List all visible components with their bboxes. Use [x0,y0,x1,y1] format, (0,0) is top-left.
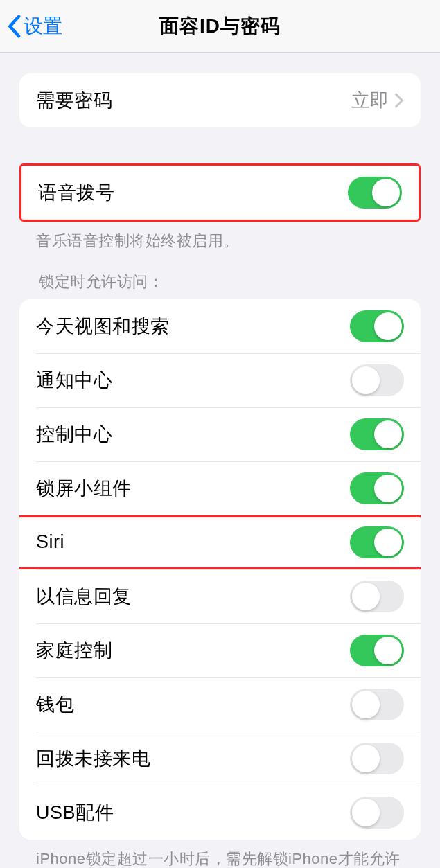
footer-lock-access: iPhone锁定超过一小时后，需先解锁iPhone才能允许USB配件连接。 [0,840,440,868]
row-usb-accessories: USB配件 [19,786,421,840]
toggle-siri[interactable] [350,526,404,558]
row-label: USB配件 [36,800,114,825]
row-home-control: 家庭控制 [19,623,421,677]
toggle-wallet[interactable] [350,689,404,720]
row-notification-center: 通知中心 [19,353,421,407]
row-require-passcode[interactable]: 需要密码 立即 [19,73,421,127]
toggle-reply-with-message[interactable] [350,581,404,612]
row-label: 以信息回复 [36,584,132,609]
row-siri: Siri [19,515,421,569]
toggle-control-center[interactable] [350,418,404,450]
row-voice-dial: 语音拨号 [21,166,419,220]
toggle-today-view[interactable] [350,310,404,342]
row-label: 家庭控制 [36,638,112,663]
row-label: 回拨未接来电 [36,746,150,771]
section-voice-dial: 语音拨号 [19,163,421,222]
row-return-missed-calls: 回拨未接来电 [19,732,421,786]
row-control-center: 控制中心 [19,407,421,461]
back-label: 设置 [24,13,62,39]
row-label: 通知中心 [36,368,112,393]
toggle-voice-dial[interactable] [348,177,402,209]
chevron-left-icon [7,15,21,38]
back-button[interactable]: 设置 [0,13,62,39]
value-text: 立即 [351,88,389,113]
section-require-passcode: 需要密码 立即 [19,73,421,127]
row-label: 锁屏小组件 [36,476,132,501]
row-wallet: 钱包 [19,677,421,732]
row-value: 立即 [351,88,404,113]
chevron-right-icon [394,93,404,108]
row-label: 今天视图和搜索 [36,314,170,339]
toggle-return-missed-calls[interactable] [350,743,404,774]
row-label: 控制中心 [36,422,112,447]
toggle-usb-accessories[interactable] [350,797,404,829]
toggle-lockscreen-widgets[interactable] [350,472,404,504]
header-lock-access: 锁定时允许访问： [0,252,440,299]
page-title: 面容ID与密码 [159,13,281,39]
row-label: Siri [36,531,64,553]
row-reply-with-message: 以信息回复 [19,569,421,623]
footer-voice-dial: 音乐语音控制将始终被启用。 [0,222,440,252]
row-label: 需要密码 [36,88,112,113]
row-label: 语音拨号 [38,180,114,205]
row-lockscreen-widgets: 锁屏小组件 [19,461,421,515]
toggle-notification-center[interactable] [350,364,404,396]
section-lock-access: 今天视图和搜索 通知中心 控制中心 锁屏小组件 Siri 以信息回复 家庭控制 [19,299,421,840]
row-label: 钱包 [36,692,74,717]
row-today-view: 今天视图和搜索 [19,299,421,353]
navigation-bar: 设置 面容ID与密码 [0,0,440,53]
toggle-home-control[interactable] [350,635,404,666]
